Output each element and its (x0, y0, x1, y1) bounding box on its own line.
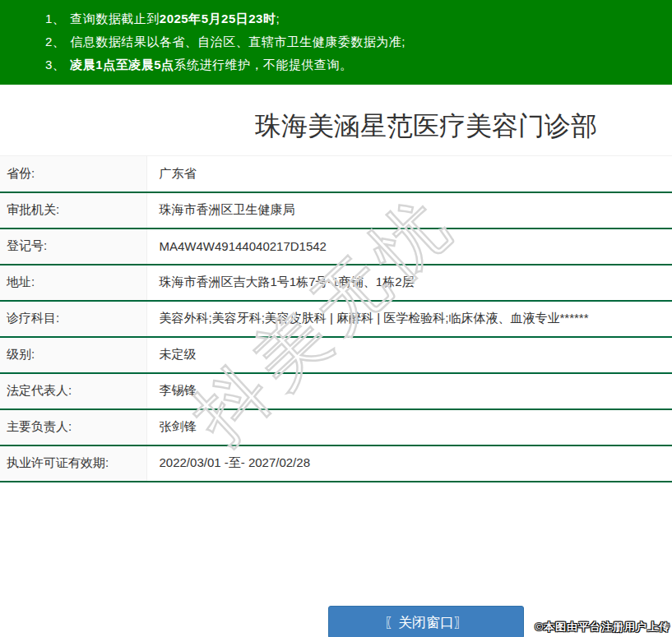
row-value: 李锡锋 (146, 373, 672, 409)
uploader-badge: ©本图由平台注册用户上传 (535, 620, 670, 635)
close-window-button[interactable]: 〖关闭窗口〗 (328, 606, 524, 637)
row-label: 登记号: (0, 228, 146, 265)
notice-line-1: 1、查询数据截止到2025年5月25日23时; (45, 7, 672, 30)
row-label: 级别: (0, 337, 146, 373)
row-label: 执业许可证有效期: (0, 445, 146, 482)
notice-text: 信息数据结果以各省、自治区、直辖市卫生健康委数据为准; (70, 35, 406, 48)
page-container: 1、查询数据截止到2025年5月25日23时; 2、信息数据结果以各省、自治区、… (0, 0, 672, 637)
row-label: 地址: (0, 265, 146, 301)
notice-line-2: 2、信息数据结果以各省、自治区、直辖市卫生健康委数据为准; (45, 30, 672, 53)
row-label: 法定代表人: (0, 373, 146, 409)
notice-line-number: 3、 (45, 58, 65, 72)
table-row: 主要负责人: 张剑锋 (0, 409, 672, 445)
notice-text: 查询数据截止到 (70, 12, 160, 25)
table-row: 登记号: MA4W4W49144040217D1542 (0, 228, 672, 265)
row-value: 2022/03/01 -至- 2027/02/28 (146, 445, 672, 482)
row-value: MA4W4W49144040217D1542 (146, 228, 672, 265)
row-value: 珠海市香洲区卫生健康局 (146, 192, 672, 228)
notice-text: ; (276, 12, 280, 25)
row-label: 省份: (0, 156, 146, 192)
row-value: 珠海市香洲区吉大路1号1栋7号-1商铺、1栋2层 (146, 265, 672, 301)
table-row: 法定代表人: 李锡锋 (0, 373, 672, 409)
notice-text: 系统进行维护，不能提供查询。 (174, 58, 353, 72)
row-value: 美容外科;美容牙科;美容皮肤科 | 麻醉科 | 医学检验科;临床体液、血液专业*… (146, 301, 672, 337)
row-label: 审批机关: (0, 192, 146, 228)
table-row: 地址: 珠海市香洲区吉大路1号1栋7号-1商铺、1栋2层 (0, 265, 672, 301)
table-row: 执业许可证有效期: 2022/03/01 -至- 2027/02/28 (0, 445, 672, 482)
institution-info-table: 省份: 广东省 审批机关: 珠海市香洲区卫生健康局 登记号: MA4W4W491… (0, 155, 672, 482)
row-value: 未定级 (146, 337, 672, 373)
notice-line-number: 1、 (45, 12, 65, 25)
table-row: 审批机关: 珠海市香洲区卫生健康局 (0, 192, 672, 228)
table-row: 诊疗科目: 美容外科;美容牙科;美容皮肤科 | 麻醉科 | 医学检验科;临床体液… (0, 301, 672, 337)
notice-text-bold: 2025年5月25日23时 (160, 12, 276, 25)
row-label: 诊疗科目: (0, 301, 146, 337)
notice-line-3: 3、凌晨1点至凌晨5点系统进行维护，不能提供查询。 (45, 53, 672, 76)
notice-line-number: 2、 (45, 35, 65, 48)
table-row: 省份: 广东省 (0, 156, 672, 192)
row-value: 广东省 (146, 156, 672, 192)
row-label: 主要负责人: (0, 409, 146, 445)
row-value: 张剑锋 (146, 409, 672, 445)
notice-text-bold: 凌晨1点至凌晨5点 (70, 58, 174, 72)
table-row: 级别: 未定级 (0, 337, 672, 373)
page-title: 珠海美涵星范医疗美容门诊部 (0, 109, 672, 142)
notice-banner: 1、查询数据截止到2025年5月25日23时; 2、信息数据结果以各省、自治区、… (0, 0, 672, 85)
